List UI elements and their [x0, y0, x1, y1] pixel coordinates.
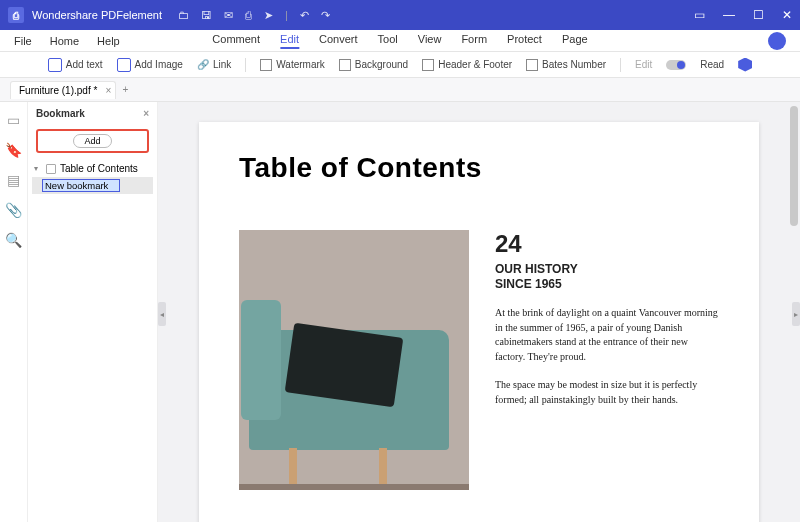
- bookmarks-tab-icon[interactable]: 🔖: [5, 142, 22, 158]
- app-logo: ⎙: [8, 7, 24, 23]
- menu-convert[interactable]: Convert: [319, 33, 358, 49]
- document-tab[interactable]: Furniture (1).pdf * ×: [10, 81, 116, 99]
- app-title: Wondershare PDFelement: [32, 9, 162, 21]
- link-icon: 🔗: [197, 59, 209, 70]
- menu-home[interactable]: Home: [50, 35, 79, 47]
- image-icon: [117, 58, 131, 72]
- menu-form[interactable]: Form: [461, 33, 487, 49]
- document-viewport[interactable]: ◂ ▸ Table of Contents 24 OUR HISTORY SIN…: [158, 102, 800, 522]
- section-number: 24: [495, 230, 719, 258]
- menu-comment[interactable]: Comment: [212, 33, 260, 49]
- read-mode-label: Read: [700, 59, 724, 70]
- ribbon-toolbar: Add text Add Image 🔗Link Watermark Backg…: [0, 52, 800, 78]
- open-icon[interactable]: 🗀: [178, 9, 189, 22]
- edit-mode-label: Edit: [635, 59, 652, 70]
- workspace: ▭ 🔖 ▤ 📎 🔍 Bookmark × Add ▾ Table of Cont…: [0, 102, 800, 522]
- separator: [245, 58, 246, 72]
- header-footer-button[interactable]: Header & Footer: [422, 59, 512, 71]
- attachments-tab-icon[interactable]: 📎: [5, 202, 22, 218]
- thumbnails-tab-icon[interactable]: ▭: [7, 112, 20, 128]
- background-button[interactable]: Background: [339, 59, 408, 71]
- window-menu-icon[interactable]: ▭: [694, 8, 705, 22]
- bookmark-item[interactable]: ▾ Table of Contents: [32, 161, 153, 176]
- separator-icon: |: [285, 9, 288, 22]
- page-image: [239, 230, 469, 490]
- undo-icon[interactable]: ↶: [300, 9, 309, 22]
- menu-view[interactable]: View: [418, 33, 442, 49]
- search-tab-icon[interactable]: 🔍: [5, 232, 22, 248]
- user-avatar[interactable]: [768, 32, 786, 50]
- bookmark-panel: Bookmark × Add ▾ Table of Contents: [28, 102, 158, 522]
- save-icon[interactable]: 🖫: [201, 9, 212, 22]
- close-icon[interactable]: ✕: [782, 8, 792, 22]
- badge-icon[interactable]: [738, 58, 752, 72]
- menu-edit[interactable]: Edit: [280, 33, 299, 49]
- body-paragraph: The space may be modest in size but it i…: [495, 378, 719, 407]
- background-icon: [339, 59, 351, 71]
- tab-label: Furniture (1).pdf *: [19, 85, 97, 96]
- menu-file[interactable]: File: [14, 35, 32, 47]
- section-subtitle-line2: SINCE 1965: [495, 277, 562, 291]
- menu-protect[interactable]: Protect: [507, 33, 542, 49]
- new-tab-button[interactable]: +: [122, 84, 128, 95]
- maximize-icon[interactable]: ☐: [753, 8, 764, 22]
- redo-icon[interactable]: ↷: [321, 9, 330, 22]
- separator: [620, 58, 621, 72]
- document-tab-bar: Furniture (1).pdf * × +: [0, 78, 800, 102]
- add-bookmark-button[interactable]: Add: [73, 134, 111, 148]
- page-heading: Table of Contents: [239, 152, 719, 184]
- quick-access-toolbar: 🗀 🖫 ✉ ⎙ ➤ | ↶ ↷: [178, 9, 330, 22]
- window-controls: ▭ — ☐ ✕: [694, 8, 792, 22]
- mail-icon[interactable]: ✉: [224, 9, 233, 22]
- text-icon: [48, 58, 62, 72]
- print-icon[interactable]: ⎙: [245, 9, 252, 22]
- menu-help[interactable]: Help: [97, 35, 120, 47]
- panel-collapse-handle-left[interactable]: ◂: [158, 302, 166, 326]
- menu-tool[interactable]: Tool: [378, 33, 398, 49]
- panel-title: Bookmark: [36, 108, 85, 119]
- bookmark-label: Table of Contents: [60, 163, 138, 174]
- watermark-button[interactable]: Watermark: [260, 59, 325, 71]
- comments-tab-icon[interactable]: ▤: [7, 172, 20, 188]
- bookmark-rename-input[interactable]: [42, 179, 120, 192]
- add-text-button[interactable]: Add text: [48, 58, 103, 72]
- add-image-button[interactable]: Add Image: [117, 58, 183, 72]
- bates-number-button[interactable]: Bates Number: [526, 59, 606, 71]
- body-paragraph: At the brink of daylight on a quaint Van…: [495, 306, 719, 364]
- add-bookmark-highlight: Add: [36, 129, 149, 153]
- watermark-icon: [260, 59, 272, 71]
- share-icon[interactable]: ➤: [264, 9, 273, 22]
- pdf-page: Table of Contents 24 OUR HISTORY SINCE 1…: [199, 122, 759, 522]
- vertical-scrollbar[interactable]: [790, 106, 798, 226]
- tab-close-icon[interactable]: ×: [106, 85, 112, 96]
- title-bar: ⎙ Wondershare PDFelement 🗀 🖫 ✉ ⎙ ➤ | ↶ ↷…: [0, 0, 800, 30]
- panel-close-icon[interactable]: ×: [143, 108, 149, 119]
- minimize-icon[interactable]: —: [723, 8, 735, 22]
- bookmark-icon: [46, 164, 56, 174]
- side-tab-strip: ▭ 🔖 ▤ 📎 🔍: [0, 102, 28, 522]
- bookmark-item-editing[interactable]: [32, 177, 153, 194]
- menu-page[interactable]: Page: [562, 33, 588, 49]
- tree-toggle-icon[interactable]: ▾: [34, 164, 42, 173]
- menu-bar: File Home Help Comment Edit Convert Tool…: [0, 30, 800, 52]
- link-button[interactable]: 🔗Link: [197, 59, 231, 70]
- header-footer-icon: [422, 59, 434, 71]
- bookmark-tree: ▾ Table of Contents: [28, 157, 157, 198]
- panel-collapse-handle-right[interactable]: ▸: [792, 302, 800, 326]
- edit-read-toggle[interactable]: [666, 60, 686, 70]
- page-text-column: 24 OUR HISTORY SINCE 1965 At the brink o…: [495, 230, 719, 490]
- bates-icon: [526, 59, 538, 71]
- section-subtitle-line1: OUR HISTORY: [495, 262, 578, 276]
